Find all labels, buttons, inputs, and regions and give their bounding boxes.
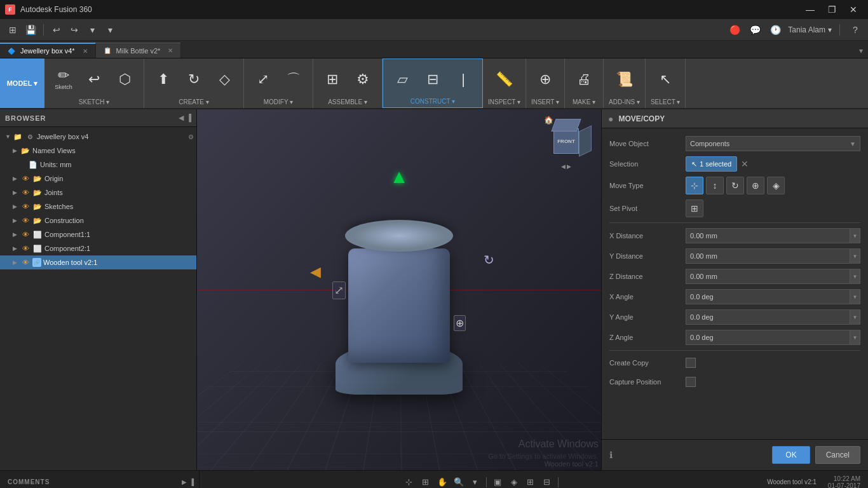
- grid-toggle-button[interactable]: ⊞: [524, 475, 538, 489]
- select-button[interactable]: ↖: [651, 63, 679, 96]
- pivot-handle[interactable]: ⊕: [454, 315, 466, 331]
- component2-expand[interactable]: ▶: [13, 245, 20, 252]
- midplane-button[interactable]: ⊟: [419, 63, 447, 96]
- x-angle-dropdown[interactable]: ▼: [850, 289, 860, 304]
- make-group-label[interactable]: MAKE ▾: [573, 98, 595, 105]
- origin-expand[interactable]: ▶: [13, 175, 20, 182]
- sketches-expand[interactable]: ▶: [13, 203, 20, 210]
- maximize-button[interactable]: ❐: [822, 3, 841, 16]
- cube-front-face[interactable]: FRONT: [553, 128, 579, 154]
- named-views-expand[interactable]: ▶: [13, 147, 20, 154]
- rotation-handle[interactable]: ↻: [484, 252, 494, 268]
- select-group-label[interactable]: SELECT ▾: [651, 98, 681, 105]
- viewport[interactable]: ▲ ◀ ↻ ⤢ ⊕ FRONT ◀ ▶: [197, 109, 601, 470]
- effects-button[interactable]: ◈: [507, 475, 521, 489]
- browser-item-sketches[interactable]: ▶ 👁 📂 Sketches: [0, 200, 196, 214]
- panel-close-icon[interactable]: ●: [608, 114, 613, 124]
- scripts-button[interactable]: 📜: [610, 63, 638, 96]
- help-button[interactable]: ?: [848, 22, 863, 37]
- cancel-button[interactable]: Cancel: [815, 446, 860, 464]
- display-mode-button[interactable]: ▣: [491, 475, 505, 489]
- move-object-dropdown[interactable]: Components ▼: [686, 136, 860, 151]
- minimize-button[interactable]: —: [801, 3, 820, 16]
- tab-scroll-button[interactable]: ▾: [854, 44, 868, 58]
- set-pivot-button[interactable]: ⊞: [686, 200, 703, 217]
- measure-button[interactable]: 📏: [490, 63, 518, 96]
- revolve-button[interactable]: ↻: [180, 63, 208, 96]
- chat-button[interactable]: 💬: [747, 22, 763, 37]
- tab-milk-bottle[interactable]: 📋 Milk Bottle v2* ✕: [96, 43, 182, 58]
- sketch-group-label[interactable]: SKETCH ▾: [79, 98, 109, 105]
- x-distance-input[interactable]: [686, 228, 850, 243]
- y-angle-dropdown[interactable]: ▼: [850, 309, 860, 325]
- tab-close-jewellery[interactable]: ✕: [83, 48, 88, 55]
- construction-expand[interactable]: ▶: [13, 217, 20, 224]
- construct-group-label[interactable]: CONSTRUCT ▾: [410, 98, 455, 105]
- browser-back-button[interactable]: ◀: [179, 114, 184, 122]
- model-mode-button[interactable]: MODEL ▾: [0, 58, 44, 108]
- pan-copy-button[interactable]: ⊞: [419, 475, 433, 489]
- inspect-group-label[interactable]: INSPECT ▾: [488, 98, 520, 105]
- 3dprint-button[interactable]: 🖨: [570, 63, 598, 96]
- tab-close-milk[interactable]: ✕: [168, 47, 173, 54]
- apps-button[interactable]: ⊞: [5, 22, 20, 37]
- axis-button[interactable]: |: [449, 63, 477, 96]
- selection-button[interactable]: ↖ 1 selected: [686, 156, 737, 172]
- loft-button[interactable]: ◇: [210, 63, 238, 96]
- move-type-along-axis-button[interactable]: ↕: [706, 177, 724, 194]
- z-distance-input[interactable]: [686, 269, 850, 284]
- move-type-rotate-button[interactable]: ↻: [726, 177, 744, 194]
- browser-collapse-button[interactable]: ▐: [186, 114, 191, 122]
- offset-plane-button[interactable]: ▱: [388, 63, 416, 96]
- finish-sketch-button[interactable]: ↩: [80, 63, 108, 96]
- comments-collapse-icon[interactable]: ▐: [189, 478, 194, 485]
- browser-item-wooden-tool[interactable]: ▶ 👁 🔗 Wooden tool v2:1: [0, 255, 196, 269]
- new-component-button[interactable]: ⊞: [318, 63, 346, 96]
- y-angle-input[interactable]: [686, 309, 850, 325]
- sketch-button[interactable]: ✏ Sketch: [50, 63, 78, 96]
- component1-expand[interactable]: ▶: [13, 231, 20, 238]
- modify-group-label[interactable]: MODIFY ▾: [264, 98, 293, 105]
- notification-button[interactable]: 🔴: [727, 22, 742, 37]
- comments-section[interactable]: COMMENTS ▶ ▐: [3, 471, 200, 488]
- selection-clear-button[interactable]: ✕: [741, 159, 749, 169]
- browser-item-joints[interactable]: ▶ 👁 📂 Joints: [0, 186, 196, 200]
- press-pull-button[interactable]: ⤢: [249, 63, 277, 96]
- create-copy-checkbox[interactable]: [686, 358, 696, 368]
- browser-item-construction[interactable]: ▶ 👁 📂 Construction: [0, 214, 196, 227]
- z-angle-input[interactable]: [686, 330, 850, 345]
- view-cube[interactable]: FRONT ◀ ▶ 🏠: [544, 116, 595, 166]
- insert-mesh-button[interactable]: ⊕: [531, 63, 559, 96]
- x-distance-dropdown[interactable]: ▼: [850, 228, 860, 243]
- cube-top-face[interactable]: [551, 119, 581, 132]
- browser-item-component1[interactable]: ▶ 👁 ⬜ Component1:1: [0, 227, 196, 241]
- z-angle-dropdown[interactable]: ▼: [850, 330, 860, 345]
- move-handle-up[interactable]: ▲: [390, 166, 409, 214]
- joints-expand[interactable]: ▶: [13, 189, 20, 196]
- assemble-group-label[interactable]: ASSEMBLE ▾: [328, 98, 367, 105]
- root-expand-arrow[interactable]: ▼: [5, 133, 13, 140]
- joint-button[interactable]: ⚙: [349, 63, 377, 96]
- x-angle-input[interactable]: [686, 289, 850, 304]
- cube-right-face[interactable]: [579, 125, 592, 156]
- sketch-tools-button[interactable]: ⬡: [111, 63, 139, 96]
- move-handle-side[interactable]: ◀: [310, 264, 321, 280]
- wooden-tool-expand[interactable]: ▶: [13, 259, 20, 266]
- scale-handle[interactable]: ⤢: [332, 281, 346, 299]
- browser-item-units[interactable]: 📄 Units: mm: [0, 158, 196, 172]
- browser-item-origin[interactable]: ▶ 👁 📂 Origin: [0, 172, 196, 186]
- addins-group-label[interactable]: ADD-INS ▾: [609, 98, 640, 105]
- browser-root-item[interactable]: ▼ 📁 ⚙ Jewellery box v4 ⚙: [0, 130, 196, 144]
- move-type-point-button[interactable]: ⊕: [747, 177, 764, 194]
- browser-item-named-views[interactable]: ▶ 📂 Named Views: [0, 144, 196, 158]
- create-group-label[interactable]: CREATE ▾: [179, 98, 209, 105]
- redo-button[interactable]: ↪: [67, 22, 82, 37]
- move-type-free-button[interactable]: ⊹: [686, 177, 703, 194]
- home-button[interactable]: 🏠: [544, 116, 553, 125]
- root-action-icon[interactable]: ⚙: [188, 133, 194, 140]
- user-menu[interactable]: Tania Alam ▾: [788, 25, 832, 34]
- y-distance-input[interactable]: [686, 248, 850, 264]
- zoom-dropdown[interactable]: ▾: [468, 475, 482, 489]
- tab-jewellery-box[interactable]: 🔷 Jewellery box v4* ✕: [0, 43, 96, 58]
- history-button[interactable]: 🕐: [768, 22, 783, 37]
